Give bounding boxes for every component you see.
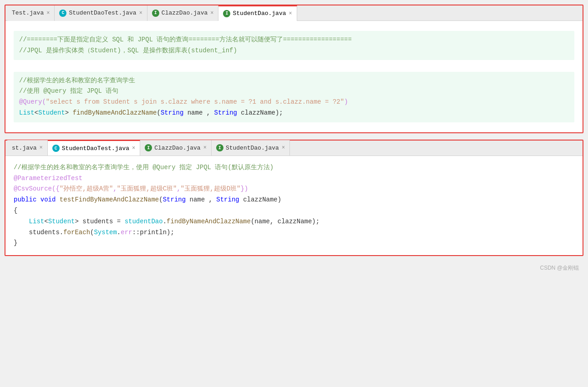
code-line: @CsvSource({"孙悟空,超级A营","玉面狐狸,超级C班","玉面狐狸…	[14, 184, 574, 195]
code-line: @ParameterizedTest	[14, 173, 574, 184]
tab-icon-i: I	[145, 144, 152, 151]
code-line: List<Student> students = studentDao.find…	[14, 216, 574, 227]
tab-icon-c: C	[52, 145, 60, 152]
code-block-2: //根据学生的姓名和教室的名字查询学生 //使用 @Query 指定 JPQL …	[14, 72, 574, 122]
code-line: //JPQL 是操作实体类（Student)，SQL 是操作数据库表(stude…	[19, 45, 569, 56]
tab-close-icon[interactable]: ×	[46, 10, 50, 16]
blank-line	[14, 64, 574, 68]
tab-label: ClazzDao.java	[154, 145, 200, 151]
panel-top: Test.java × C StudentDaoTest.java × I Cl…	[5, 5, 583, 133]
watermark: CSDN @金刚锟	[5, 262, 583, 274]
tab-label: StudentDaoTest.java	[69, 10, 136, 16]
tab-close-icon[interactable]: ×	[132, 145, 135, 151]
tab-close-icon[interactable]: ×	[40, 145, 43, 151]
tab-bar-top: Test.java × C StudentDaoTest.java × I Cl…	[5, 5, 583, 21]
tab-icon-i: I	[223, 10, 230, 17]
tab-studentdaotest-java-bottom[interactable]: C StudentDaoTest.java ×	[48, 140, 140, 156]
code-line: @Query("select s from Student s join s.c…	[19, 97, 569, 108]
tab-icon-i: I	[152, 10, 159, 17]
code-line: //根据学生的姓名和教室的名字查询学生，使用 @Query 指定 JPQL 语句…	[14, 162, 574, 173]
tab-label: StudentDao.java	[226, 145, 279, 151]
tab-clazzdao-java[interactable]: I ClazzDao.java ×	[147, 5, 219, 21]
tab-label: StudentDaoTest.java	[62, 145, 129, 152]
code-line: students.forEach(System.err::println);	[14, 227, 574, 238]
tab-test-java[interactable]: Test.java ×	[7, 5, 55, 21]
tab-studentdaotest-java[interactable]: C StudentDaoTest.java ×	[55, 5, 147, 21]
tab-close-icon[interactable]: ×	[289, 10, 292, 17]
code-area-bottom: //根据学生的姓名和教室的名字查询学生，使用 @Query 指定 JPQL 语句…	[5, 156, 583, 255]
tab-close-icon[interactable]: ×	[203, 145, 207, 151]
code-block-1: //========下面是指定自定义 SQL 和 JPQL 语句的查询=====…	[14, 31, 574, 60]
tab-label: st.java	[12, 145, 37, 151]
code-area-top: //========下面是指定自定义 SQL 和 JPQL 语句的查询=====…	[5, 21, 583, 132]
tab-close-icon[interactable]: ×	[139, 10, 142, 16]
tab-close-icon[interactable]: ×	[282, 145, 285, 151]
tab-studentdao-java[interactable]: I StudentDao.java ×	[218, 5, 297, 21]
code-line: //使用 @Query 指定 JPQL 语句	[19, 86, 569, 97]
code-line: public void testFindByNameAndClazzName(S…	[14, 195, 574, 206]
tab-st-java[interactable]: st.java ×	[7, 140, 48, 156]
tab-bar-bottom: st.java × C StudentDaoTest.java × I Claz…	[5, 141, 583, 156]
code-line: {	[14, 206, 574, 216]
tab-label: StudentDao.java	[233, 10, 286, 17]
tab-clazzdao-java-bottom[interactable]: I ClazzDao.java ×	[140, 140, 212, 156]
tab-icon-c: C	[59, 10, 66, 17]
code-line: //========下面是指定自定义 SQL 和 JPQL 语句的查询=====…	[19, 35, 569, 45]
code-line: }	[14, 238, 574, 249]
tab-icon-i: I	[216, 144, 223, 151]
tab-label: ClazzDao.java	[162, 10, 208, 16]
tab-label: Test.java	[12, 10, 44, 16]
tab-close-icon[interactable]: ×	[210, 10, 213, 16]
tab-studentdao-java-bottom[interactable]: I StudentDao.java ×	[212, 140, 290, 156]
panel-bottom: st.java × C StudentDaoTest.java × I Claz…	[5, 140, 583, 256]
code-line: //根据学生的姓名和教室的名字查询学生	[19, 75, 569, 86]
code-line: List<Student> findByNameAndClazzName(Str…	[19, 108, 569, 119]
